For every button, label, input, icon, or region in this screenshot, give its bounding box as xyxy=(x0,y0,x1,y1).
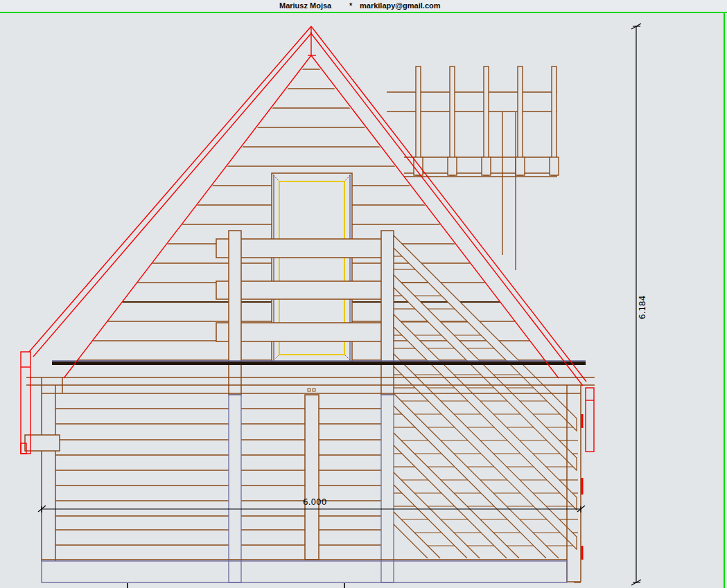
stair-stringers xyxy=(394,235,577,558)
roof-deck-railing xyxy=(387,66,559,270)
bottom-edge-ticks xyxy=(128,583,344,588)
right-fascia xyxy=(586,388,594,452)
deck-support-mast xyxy=(502,112,516,270)
deck-railing-feet xyxy=(414,157,559,175)
width-dimension-label: 6.000 xyxy=(303,497,326,507)
door-handle-dots xyxy=(308,389,310,391)
door-post xyxy=(305,389,319,560)
wall-siding xyxy=(55,409,394,545)
balcony-railing xyxy=(216,239,394,341)
height-dimension-label: 6.184 xyxy=(638,296,647,319)
foundation xyxy=(42,561,581,582)
roof-edge-left-outer xyxy=(29,26,311,352)
roof-edge-left-inner xyxy=(33,33,312,357)
viewport-border xyxy=(0,12,727,588)
cad-application-window: Mariusz Mojsa * markilapy@gmail.com xyxy=(0,0,727,588)
drawing-canvas[interactable]: 6.184 6.000 xyxy=(0,0,727,588)
